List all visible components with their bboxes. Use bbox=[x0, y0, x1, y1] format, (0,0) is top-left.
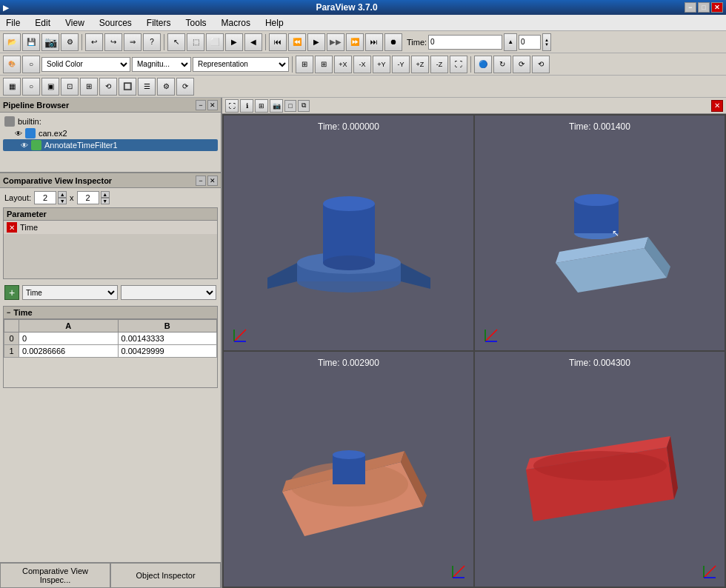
add-param-select1[interactable]: Time bbox=[22, 285, 118, 300]
timestep-spinner[interactable]: ▲▼ bbox=[542, 33, 551, 51]
object-inspector-tab-btn[interactable]: Object Inspector bbox=[110, 563, 221, 588]
interact-button[interactable]: ↖ bbox=[167, 33, 185, 51]
menu-item-macros[interactable]: Macros bbox=[219, 16, 253, 30]
menu-item-file[interactable]: File bbox=[3, 16, 23, 30]
time-a-0[interactable] bbox=[19, 333, 119, 345]
camera-btn4[interactable]: ⟲ bbox=[532, 56, 550, 73]
time-a-1[interactable] bbox=[19, 345, 119, 358]
next-frame-button[interactable]: ⏩ bbox=[346, 33, 364, 51]
time-b-0[interactable] bbox=[118, 333, 217, 345]
help-button[interactable]: ? bbox=[143, 33, 161, 51]
menu-item-filters[interactable]: Filters bbox=[144, 16, 174, 30]
add-param-btn[interactable]: + bbox=[4, 285, 19, 300]
select2-button[interactable]: ⬜ bbox=[206, 33, 224, 51]
add-param-select2[interactable] bbox=[121, 285, 216, 300]
pipeline-minimize[interactable]: − bbox=[196, 100, 206, 110]
t3-btn10[interactable]: ⟳ bbox=[176, 78, 194, 96]
time-b-1[interactable] bbox=[118, 345, 217, 358]
t3-btn7[interactable]: 🔲 bbox=[119, 78, 136, 96]
last-frame-button[interactable]: ⏭ bbox=[365, 33, 383, 51]
t3-btn4[interactable]: ⊡ bbox=[61, 78, 79, 96]
tree-item-builtin[interactable]: builtin: bbox=[3, 116, 218, 127]
copy-button[interactable]: ⇒ bbox=[124, 33, 141, 51]
view-axes-2 bbox=[450, 563, 467, 581]
select4-button[interactable]: ◀ bbox=[244, 33, 262, 51]
layout-x-up[interactable]: ▲ bbox=[58, 191, 67, 198]
time-input[interactable] bbox=[428, 35, 502, 50]
vp-reset-btn[interactable]: ⛶ bbox=[225, 99, 239, 113]
axes-x-btn[interactable]: +X bbox=[334, 56, 352, 73]
select-button[interactable]: ⬚ bbox=[187, 33, 204, 51]
comparative-tab-btn[interactable]: Comparative View Inspec... bbox=[0, 563, 110, 588]
t3-btn8[interactable]: ☰ bbox=[138, 78, 156, 96]
open-button[interactable]: 📂 bbox=[3, 33, 21, 51]
vp-screenshot-btn[interactable]: 📷 bbox=[270, 99, 283, 113]
magnitude-select[interactable]: Magnitu... bbox=[132, 57, 191, 72]
delete-time-btn[interactable]: ✕ bbox=[7, 222, 17, 233]
layout-x-down[interactable]: ▼ bbox=[58, 198, 67, 204]
view-cell-3[interactable]: Time: 0.004300 bbox=[475, 352, 725, 587]
color-btn1[interactable]: 🎨 bbox=[3, 56, 21, 73]
viewport-restore[interactable]: ⧉ bbox=[298, 100, 310, 112]
close-button[interactable]: ✕ bbox=[711, 2, 723, 13]
camera-btn1[interactable]: 🔵 bbox=[474, 56, 492, 73]
layout-x-input[interactable] bbox=[34, 191, 56, 204]
pipeline-close[interactable]: ✕ bbox=[207, 100, 218, 110]
t3-btn9[interactable]: ⚙ bbox=[157, 78, 175, 96]
settings-button[interactable]: ⚙ bbox=[61, 33, 79, 51]
menu-item-edit[interactable]: Edit bbox=[32, 16, 53, 30]
axes-y-btn[interactable]: +Y bbox=[373, 56, 390, 73]
representation-select[interactable]: Representation bbox=[193, 57, 289, 72]
undo-button[interactable]: ↩ bbox=[85, 33, 103, 51]
layout-y-input[interactable] bbox=[77, 191, 99, 204]
color-btn2[interactable]: ○ bbox=[22, 56, 40, 73]
vp-info-btn[interactable]: ℹ bbox=[240, 99, 253, 113]
axes-z-btn[interactable]: +Z bbox=[411, 56, 429, 73]
t3-btn6[interactable]: ⟲ bbox=[99, 78, 117, 96]
layout-y-up[interactable]: ▲ bbox=[101, 191, 110, 198]
orientation-btn[interactable]: ⊞ bbox=[315, 56, 333, 73]
view-cell-0[interactable]: Time: 0.000000 bbox=[224, 116, 473, 350]
axes-z-neg-btn[interactable]: -Z bbox=[430, 56, 448, 73]
camera-btn2[interactable]: ↻ bbox=[493, 56, 511, 73]
svg-line-15 bbox=[485, 330, 497, 341]
t3-btn2[interactable]: ○ bbox=[22, 78, 40, 96]
time-up[interactable]: ▲ bbox=[504, 33, 517, 51]
axes-x-neg-btn[interactable]: -X bbox=[353, 56, 371, 73]
camera-btn3[interactable]: ⟳ bbox=[513, 56, 530, 73]
solid-color-select[interactable]: Solid Color bbox=[41, 57, 130, 72]
view-cell-2[interactable]: Time: 0.002900 bbox=[224, 352, 473, 587]
t3-btn1[interactable]: ▦ bbox=[3, 78, 21, 96]
menu-item-tools[interactable]: Tools bbox=[183, 16, 210, 30]
menu-item-view[interactable]: View bbox=[62, 16, 87, 30]
menu-item-sources[interactable]: Sources bbox=[96, 16, 135, 30]
axes-y-neg-btn[interactable]: -Y bbox=[392, 56, 410, 73]
minimize-button[interactable]: − bbox=[685, 2, 696, 13]
zoom-all-btn[interactable]: ⛶ bbox=[450, 56, 467, 73]
comparative-minimize[interactable]: − bbox=[196, 176, 206, 186]
t3-btn3[interactable]: ▣ bbox=[41, 78, 59, 96]
play-button[interactable]: ▶ bbox=[307, 33, 325, 51]
viewport-maximize[interactable]: □ bbox=[284, 100, 296, 112]
tree-item-annotate[interactable]: 👁 AnnotateTimeFilter1 bbox=[3, 139, 218, 151]
save-button[interactable]: 💾 bbox=[22, 33, 40, 51]
menu-item-help[interactable]: Help bbox=[262, 16, 287, 30]
viewport-close-btn[interactable]: ✕ bbox=[711, 100, 723, 112]
layout-y-down[interactable]: ▼ bbox=[101, 198, 110, 204]
time-section-header[interactable]: − Time bbox=[4, 307, 217, 319]
timestep-input[interactable] bbox=[519, 35, 541, 50]
record-button[interactable]: ⏺ bbox=[384, 33, 402, 51]
maximize-button[interactable]: □ bbox=[698, 2, 710, 13]
prev-frame-button[interactable]: ⏪ bbox=[288, 33, 306, 51]
first-frame-button[interactable]: ⏮ bbox=[269, 33, 287, 51]
view-btn[interactable]: ⊞ bbox=[296, 56, 313, 73]
vp-orient-btn[interactable]: ⊞ bbox=[255, 99, 268, 113]
select3-button[interactable]: ▶ bbox=[225, 33, 243, 51]
redo-button[interactable]: ↪ bbox=[104, 33, 122, 51]
comparative-close[interactable]: ✕ bbox=[207, 176, 218, 186]
view-cell-1[interactable]: Time: 0.001400 bbox=[475, 116, 725, 350]
tree-item-can[interactable]: 👁 can.ex2 bbox=[3, 127, 218, 139]
play-loop-button[interactable]: ▶▶ bbox=[327, 33, 344, 51]
t3-btn5[interactable]: ⊞ bbox=[80, 78, 98, 96]
screenshot-button[interactable]: 📷 bbox=[41, 33, 59, 51]
